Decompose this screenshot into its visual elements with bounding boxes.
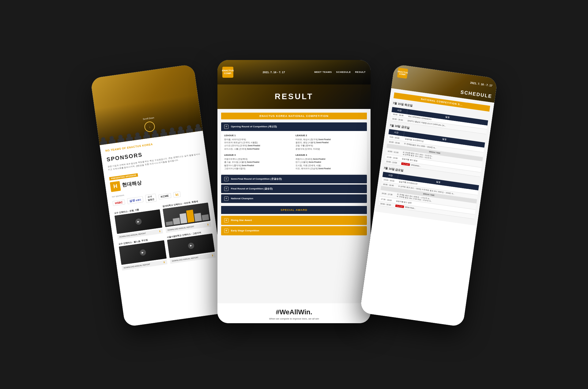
rising-star-plus: + xyxy=(224,218,228,223)
rising-star-header[interactable]: + Rising Star Award xyxy=(221,216,367,225)
national-champion-header[interactable]: + National Champion xyxy=(221,194,367,203)
national-champion-label: National Champion xyxy=(231,197,253,200)
audience-head xyxy=(118,134,123,139)
right-tablet: ENACTUSCOMP. 2021. 7. 16 - 7. 17 SCHEDUL… xyxy=(371,69,475,320)
rising-star-accordion[interactable]: + Rising Star Award xyxy=(221,216,367,225)
center-tablet: ENACTUSCOMP. 2021. 7. 16 - 7. 17 MEET TE… xyxy=(217,63,371,326)
league-1-col: LEAGUE 1 한아름, 바라다(건국대) 파이트며 패트남다 (건국대, 서… xyxy=(224,134,292,151)
sponsor-sonye: 소녀발원건 xyxy=(145,193,157,203)
footer-sub: When we compete to improve lives, we all… xyxy=(221,317,368,320)
center-date: 2021. 7. 16 - 7. 17 xyxy=(263,71,285,74)
league-3-title: LEAGUE 3 xyxy=(224,154,292,156)
news-item-4: 서울서범대학교 인택터스 - 그린이어 ▶ DOWNLOAD ANNUAL RE… xyxy=(167,229,216,264)
news-item-3: 교수 인택터스 - 블느글, 무드팅 ▶ DOWNLOAD ANNUAL REP… xyxy=(118,236,167,271)
right-logo-text: ENACTUSCOMP. xyxy=(397,70,408,76)
left-hero-section: Scroll Down ↓ xyxy=(90,64,203,145)
sponsor-samsung: 삼성 브랜드 xyxy=(127,196,144,204)
left-tablet-frame: Scroll Down ↓ NG TEAMS OF ENACTUS KOREA … xyxy=(90,64,228,327)
hyundai-name: 현대해상 xyxy=(122,179,142,189)
right-header-date: 2021. 7. 16 - 7. 17 xyxy=(470,81,493,87)
right-body: NATIONAL COMPETITION S... 7월 15일 목요일 시간 … xyxy=(374,88,494,226)
left-body: NG TEAMS OF ENACTUS KOREA SPONSORS 관련 기업… xyxy=(100,130,221,279)
audience-head xyxy=(126,133,131,138)
download-label-1: DOWNLOAD ANNUAL REPORT xyxy=(119,232,146,238)
opening-round-accordion[interactable]: + Opening Round of Competition (예선전) LEA… xyxy=(221,122,367,174)
final-accordion[interactable]: + Final Round of Competition (결승전) xyxy=(221,185,367,193)
sponsors-section: SPONSORS 관련 기업과 간략하 매우 중요한 책임을 하는 핵심 구성원… xyxy=(106,143,207,207)
download-icon-1: ⬇ xyxy=(159,230,161,233)
league-1-title: LEAGUE 1 xyxy=(224,134,292,137)
sponsor-kcme: KCME xyxy=(158,193,171,199)
league-1-teams: 한아름, 바라다(건국대) 파이트며 패트남다 (건국대, 서울함) 소다건 (… xyxy=(224,138,292,151)
special-award-bar: SPECIAL AWARD xyxy=(221,206,367,214)
league-2-teams: 마파유, 태상서 (청구대) Semi-Finalist 끌로리, 밴딩 (서울… xyxy=(296,138,364,151)
nav-result[interactable]: RESULT xyxy=(355,71,366,73)
center-main: ENACTUS KOREA NATIONAL COMPETITION + Ope… xyxy=(217,109,371,303)
audience-head xyxy=(101,137,106,142)
left-tablet: Scroll Down ↓ NG TEAMS OF ENACTUS KOREA … xyxy=(113,69,217,320)
early-stage-header[interactable]: + Early Stage Competition xyxy=(221,226,367,235)
news-section: 교수 인택터스 - 은행, 이름 ▶ DOWNLOAD ANNUAL REPOR… xyxy=(114,198,216,270)
right-tablet-frame: ENACTUSCOMP. 2021. 7. 16 - 7. 17 SCHEDUL… xyxy=(360,64,498,327)
audience-head xyxy=(170,127,175,132)
center-header: ENACTUSCOMP. 2021. 7. 16 - 7. 17 MEET TE… xyxy=(217,60,371,84)
nav-schedule[interactable]: SCHEDULE xyxy=(336,71,351,73)
league-4-title: LEAGUE 4 xyxy=(296,154,364,156)
left-tablet-screen: Scroll Down ↓ NG TEAMS OF ENACTUS KOREA … xyxy=(90,64,228,327)
right-logo-badge: ENACTUSCOMP. xyxy=(397,67,408,78)
audience-head xyxy=(195,124,200,129)
league-4-teams: 케링이스 (연세대) Semi-Finalist 반기 (서울대) Semi-F… xyxy=(296,158,364,170)
download-icon-4: ⬇ xyxy=(211,254,214,257)
youtube-badge-2: YouTube xyxy=(395,204,404,208)
center-tablet-frame: ENACTUSCOMP. 2021. 7. 16 - 7. 17 MEET TE… xyxy=(217,60,371,323)
sponsor-kt: kt xyxy=(173,191,181,197)
center-hero-title: RESULT xyxy=(275,92,313,101)
special-award-section: SPECIAL AWARD + Rising Star Award + Earl… xyxy=(221,206,367,235)
league-3-teams: 커핑아우루스 (전임백대) 홍그글, 우드림 (서울대) Semi-Finali… xyxy=(224,158,292,170)
early-stage-accordion[interactable]: + Early Stage Competition xyxy=(221,226,367,235)
center-tablet-screen: ENACTUSCOMP. 2021. 7. 16 - 7. 17 MEET TE… xyxy=(217,60,371,323)
sponsor-hsbc: HSBC xyxy=(112,199,125,206)
final-header[interactable]: + Final Round of Competition (결승전) xyxy=(221,185,367,193)
center-logo: ENACTUSCOMP. xyxy=(222,67,233,78)
youtube-badge: YouTube xyxy=(401,162,410,166)
league-3-col: LEAGUE 3 커핑아우루스 (전임백대) 홍그글, 우드림 (서울대) Se… xyxy=(224,154,292,170)
league-2-col: LEAGUE 2 마파유, 태상서 (청구대) Semi-Finalist 끌로… xyxy=(296,134,364,151)
audience-head xyxy=(161,128,166,133)
audience-head xyxy=(109,136,114,140)
center-footer: #WeAllWin. When we compete to improve li… xyxy=(217,303,371,323)
opening-round-header[interactable]: + Opening Round of Competition (예선전) xyxy=(221,122,367,131)
audience-head xyxy=(187,125,192,130)
semi-final-accordion[interactable]: + Semi-Final Round of Competition (준결승전) xyxy=(221,175,367,183)
audience-head xyxy=(135,132,140,137)
final-label: Final Round of Competition (결승전) xyxy=(231,187,273,190)
national-champion-accordion[interactable]: + National Champion xyxy=(221,194,367,203)
nav-meet-teams[interactable]: MEET TEAMS xyxy=(314,71,332,73)
opening-round-label: Opening Round of Competition (예선전) xyxy=(231,125,277,128)
center-nav: MEET TEAMS SCHEDULE RESULT xyxy=(314,71,366,73)
league-2-title: LEAGUE 2 xyxy=(296,134,364,137)
opening-round-content: LEAGUE 1 한아름, 바라다(건국대) 파이트며 패트남다 (건국대, 서… xyxy=(221,131,367,174)
leagues-grid: LEAGUE 1 한아름, 바라다(건국대) 파이트며 패트남다 (건국대, 서… xyxy=(224,134,364,170)
center-hero: RESULT xyxy=(217,84,371,109)
news-item-1: 교수 인택터스 - 은행, 이름 ▶ DOWNLOAD ANNUAL REPOR… xyxy=(114,205,163,239)
center-logo-badge-text: ENACTUSCOMP. xyxy=(222,69,234,75)
league-4-col: LEAGUE 4 케링이스 (연세대) Semi-Finalist 반기 (서울… xyxy=(296,154,364,170)
semi-final-plus: + xyxy=(224,177,228,181)
final-plus: + xyxy=(224,187,228,191)
news-item-2: 명지대학교 인택터스 - 머라쿠, 화향세 xyxy=(162,198,211,233)
download-label-4: DOWNLOAD ANNUAL REPORT xyxy=(172,256,198,262)
center-logo-badge: ENACTUSCOMP. xyxy=(222,67,233,78)
download-label-3: DOWNLOAD ANNUAL REPORT xyxy=(124,263,150,269)
early-stage-plus: + xyxy=(224,229,228,233)
early-stage-label: Early Stage Competition xyxy=(231,229,259,232)
semi-final-label: Semi-Final Round of Competition (준결승전) xyxy=(231,177,282,181)
opening-round-plus: + xyxy=(224,125,228,129)
right-tablet-screen: ENACTUSCOMP. 2021. 7. 16 - 7. 17 SCHEDUL… xyxy=(360,64,498,327)
download-label-2: DOWNLOAD ANNUAL REPORT xyxy=(168,226,194,231)
semi-final-header[interactable]: + Semi-Final Round of Competition (준결승전) xyxy=(221,175,367,183)
hyundai-h-badge: H xyxy=(110,181,121,192)
audience-head xyxy=(178,126,183,131)
download-icon-2: ⬇ xyxy=(207,223,209,226)
competition-title-bar: ENACTUS KOREA NATIONAL COMPETITION xyxy=(221,113,367,119)
